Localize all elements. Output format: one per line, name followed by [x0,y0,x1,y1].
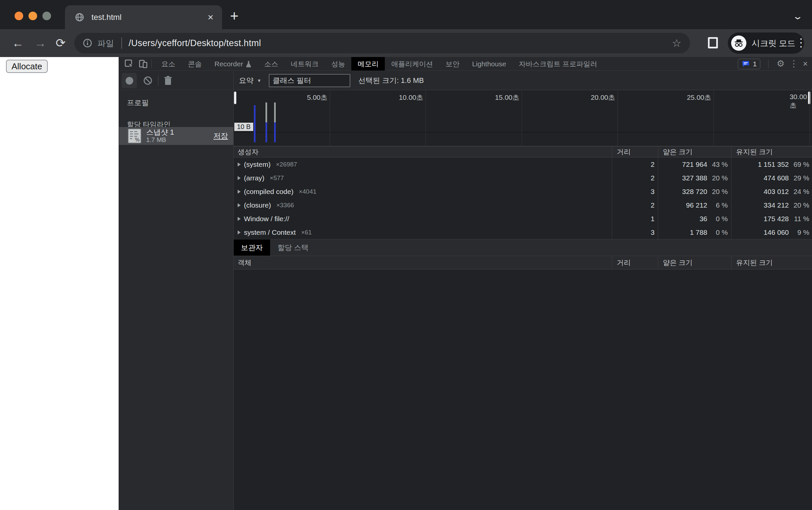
header-constructor[interactable]: 생성자 [234,147,612,157]
expand-arrow-icon[interactable] [238,163,241,167]
snapshot-save-link[interactable]: 저장 [213,131,228,141]
incognito-badge[interactable]: 시크릿 모드 [728,32,804,54]
info-icon[interactable] [83,38,92,48]
allocation-timeline-chart[interactable]: 10 B 5.00초10.00초15.00초20.00초25.00초30.00초 [234,90,812,146]
devtools-tabbar: 요소 콘솔 Recorder 소스 네트워크 성능 메모리 애플리케이션 보안 … [119,57,812,71]
expand-arrow-icon[interactable] [238,190,241,194]
back-icon[interactable]: ← [12,36,24,50]
devtools-close-icon[interactable]: × [803,60,808,68]
constructor-row[interactable]: (closure)×3366 2 96 2126 % 334 21220 % [234,198,812,212]
memory-toolbar: 요약 ▼ 선택된 크기: 1.6 MB [119,71,812,90]
header-object[interactable]: 객체 [234,256,612,269]
tab-lighthouse[interactable]: Lighthouse [465,57,512,70]
distance-value: 3 [612,188,658,196]
instance-count: ×577 [270,174,284,182]
constructor-row[interactable]: (system)×26987 2 721 96443 % 1 151 35269… [234,158,812,171]
header-shallow-size[interactable]: 얕은 크기 [658,147,731,157]
tabbar-divider [768,60,769,68]
tab-search-chevron-icon[interactable]: ⌄ [792,11,803,22]
minimize-window-icon[interactable] [29,11,37,20]
browser-menu-icon[interactable]: ⋮ [795,36,807,49]
allocate-button[interactable]: Allocate [6,60,48,73]
snapshot-title: 스냅샷 1 [146,128,213,136]
header-retained-size[interactable]: 유지된 크기 [731,256,812,269]
flask-icon [246,61,251,67]
tab-network[interactable]: 네트워크 [284,57,325,70]
constructor-name: system / Context [244,228,296,236]
constructor-name: (closure) [244,201,271,209]
forward-icon[interactable]: → [34,36,47,50]
header-distance[interactable]: 거리 [612,147,658,157]
perspective-dropdown[interactable]: 요약 ▼ [239,76,262,86]
bookmark-star-icon[interactable]: ☆ [672,37,682,49]
tab-sources[interactable]: 소스 [258,57,284,70]
header-retained-size[interactable]: 유지된 크기 [731,147,812,157]
expand-arrow-icon[interactable] [238,176,241,180]
memory-main-panel: 10 B 5.00초10.00초15.00초20.00초25.00초30.00초… [233,90,812,510]
constructor-row[interactable]: system / Context×61 3 1 7880 % 146 0609 … [234,226,812,239]
tab-allocation-stack[interactable]: 할당 스택 [270,239,316,256]
tab-recorder[interactable]: Recorder [208,57,258,70]
browser-toolbar: ← → ⟳ 파일 /Users/yceffort/Desktop/test.ht… [0,29,812,57]
allocation-bar-freed [266,103,267,122]
settings-gear-icon[interactable]: ⚙ [777,59,784,68]
page-viewport: Allocate [0,57,119,510]
url-text[interactable]: /Users/yceffort/Desktop/test.html [129,38,672,49]
trash-icon[interactable] [164,76,172,86]
address-bar[interactable]: 파일 /Users/yceffort/Desktop/test.html ☆ [74,33,690,53]
clear-icon[interactable] [143,76,153,86]
expand-arrow-icon[interactable] [238,217,241,221]
side-panel-icon[interactable] [708,37,718,49]
expand-arrow-icon[interactable] [238,230,241,234]
instance-count: ×3366 [276,202,294,209]
constructor-row[interactable]: (array)×577 2 327 38820 % 474 60829 % [234,171,812,185]
tab-memory[interactable]: 메모리 [351,57,385,70]
retained-size-pct: 29 % [789,174,812,182]
selection-handle-left[interactable] [234,91,236,104]
timeline-tick-label: 20.00초 [591,93,615,102]
header-shallow-size[interactable]: 얕은 크기 [658,256,731,269]
constructor-row[interactable]: Window / file:// 1 360 % 175 42811 % [234,212,812,226]
tab-close-icon[interactable]: × [208,12,213,22]
shallow-size-pct: 0 % [707,228,731,236]
retainers-tabbar: 보관자 할당 스택 [234,239,812,256]
snapshot-size: 1.7 MB [146,136,213,144]
tab-elements[interactable]: 요소 [155,57,182,70]
tab-console[interactable]: 콘솔 [182,57,208,70]
new-tab-button[interactable]: + [230,9,239,23]
header-distance[interactable]: 거리 [612,256,658,269]
record-icon [126,77,133,85]
issues-button[interactable]: 1 [738,59,760,69]
devtools-more-icon[interactable]: ⋮ [789,59,798,68]
tab-security[interactable]: 보안 [439,57,465,70]
retained-size-pct: 9 % [789,228,812,236]
reload-icon[interactable]: ⟳ [56,36,66,50]
incognito-icon [731,35,746,51]
distance-value: 2 [612,174,658,182]
tab-retainers[interactable]: 보관자 [234,239,270,256]
browser-tab[interactable]: test.html × [65,5,222,29]
class-filter-input[interactable] [269,74,350,87]
close-window-icon[interactable] [14,11,23,20]
issues-count: 1 [753,60,757,68]
inspect-element-icon[interactable] [124,59,134,69]
retained-size-value: 175 428 [731,215,789,223]
tab-js-profiler[interactable]: 자바스크립트 프로파일러 [512,57,604,70]
expand-arrow-icon[interactable] [238,203,241,207]
tab-application[interactable]: 애플리케이션 [385,57,439,70]
constructor-row[interactable]: (compiled code)×4041 3 328 72020 % 403 0… [234,185,812,198]
shallow-size-value: 327 388 [658,174,707,182]
timeline-scale-badge: 10 B [234,123,253,131]
device-toolbar-icon[interactable] [138,59,148,69]
zoom-window-icon[interactable] [42,11,51,20]
retainers-empty-body [234,270,812,510]
tab-performance[interactable]: 성능 [325,57,351,70]
snapshot-item[interactable]: % 스냅샷 1 1.7 MB 저장 [119,127,233,145]
shallow-size-value: 721 964 [658,161,707,168]
timeline-tick-label: 10.00초 [399,93,423,102]
timeline-scale-line [234,132,812,133]
instance-count: ×4041 [299,188,316,195]
constructor-name: (array) [244,174,265,182]
distance-value: 2 [612,201,658,209]
record-button[interactable] [122,73,137,88]
